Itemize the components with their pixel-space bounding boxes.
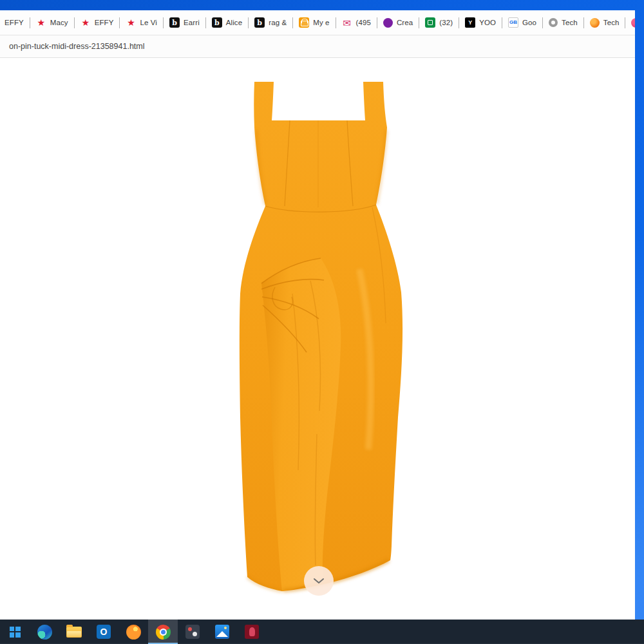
chevron-down-icon [313,578,325,584]
bookmark-label: Tech [562,19,578,26]
bookmark-item[interactable] [625,18,635,28]
taskbar: O [0,620,644,644]
gb-icon: GB [508,17,518,28]
bookmark-item[interactable]: GB Goo [502,17,542,28]
star-icon: ★ [126,17,136,28]
bookmark-label: Le Vi [140,19,157,26]
pinned-app-red-icon [245,625,259,639]
outlook-icon: O [97,625,111,639]
taskbar-item-file-explorer[interactable] [59,620,89,644]
taskbar-item-chrome[interactable] [148,620,178,644]
bookmark-item[interactable]: (32) [419,17,459,28]
taskbar-item-photos[interactable] [207,620,237,644]
bookmark-item[interactable]: Crea [377,18,419,28]
taskbar-item-outlook[interactable]: O [89,620,118,644]
photos-icon [215,625,229,639]
taskbar-item-edge[interactable] [30,620,59,644]
bookmark-item[interactable]: Y YOO [459,17,502,28]
bookmark-label: EFFY [95,19,114,26]
bookmark-label: EFFY [5,19,24,26]
star-icon: ★ [36,17,46,28]
b-square-icon: b [212,17,222,28]
star-icon: ★ [80,17,91,28]
bookmark-label: Earri [184,19,200,26]
bookmark-item[interactable]: b Alice [206,17,248,28]
bookmarks-bar: EFFY ★ Macy ★ EFFY ★ Le Vi b Earri b Ali… [0,10,635,35]
bookmark-label: Goo [522,19,536,26]
start-button[interactable] [0,620,30,644]
mail-icon: ✉ [342,17,352,28]
bookmark-item[interactable]: ★ Le Vi [120,17,163,28]
taskbar-item-pinned-app-red[interactable] [237,620,267,644]
bookmark-label: Macy [50,19,68,26]
chrome-icon [156,625,171,639]
b-square-icon: b [254,17,265,28]
taskbar-item-pinned-app-dark[interactable] [178,620,207,644]
expand-button[interactable] [304,566,334,596]
bookmark-label: Tech [603,19,620,26]
gray-ring-icon [549,18,558,27]
windows-logo-icon [10,627,21,638]
bookmark-label: (495 [356,19,371,26]
bookmark-label: My e [313,19,329,26]
shopping-bag-icon [299,17,309,28]
page-filename: on-pin-tuck-midi-dress-21358941.html [9,42,145,51]
edge-icon [37,625,52,639]
bookmark-label: Alice [226,19,242,26]
pinned-app-dark-icon [185,625,200,639]
orange-circle-icon [590,18,600,28]
crimson-circle-icon [631,18,635,28]
bookmark-item[interactable]: ★ Macy [30,17,74,28]
bookmark-item[interactable]: b Earri [164,17,205,28]
bookmark-item[interactable]: My e [293,17,335,28]
bookmark-item[interactable]: Tech [584,18,625,28]
browser-window: EFFY ★ Macy ★ EFFY ★ Le Vi b Earri b Ali… [0,10,635,620]
bookmark-label: rag & [269,19,287,26]
purple-circle-icon [383,18,393,28]
bookmark-label: YOO [479,19,496,26]
firefox-icon [126,625,141,639]
bookmark-label: (32) [439,19,453,26]
bookmark-item[interactable]: ★ EFFY [75,17,120,28]
file-explorer-icon [66,627,82,638]
green-square-icon [425,17,435,28]
bookmark-item[interactable]: EFFY [0,19,30,26]
taskbar-item-firefox[interactable] [118,620,148,644]
bookmark-item[interactable]: ✉ (495 [336,17,377,28]
bookmark-item[interactable]: b rag & [249,17,292,28]
yoox-icon: Y [465,17,475,28]
product-image-dress [214,76,430,598]
bookmark-item[interactable]: Tech [543,18,583,27]
page-content [0,58,635,618]
page-title-bar: on-pin-tuck-midi-dress-21358941.html [0,35,635,58]
dress-illustration [214,76,430,598]
bookmark-label: Crea [397,19,413,26]
b-square-icon: b [169,17,180,28]
